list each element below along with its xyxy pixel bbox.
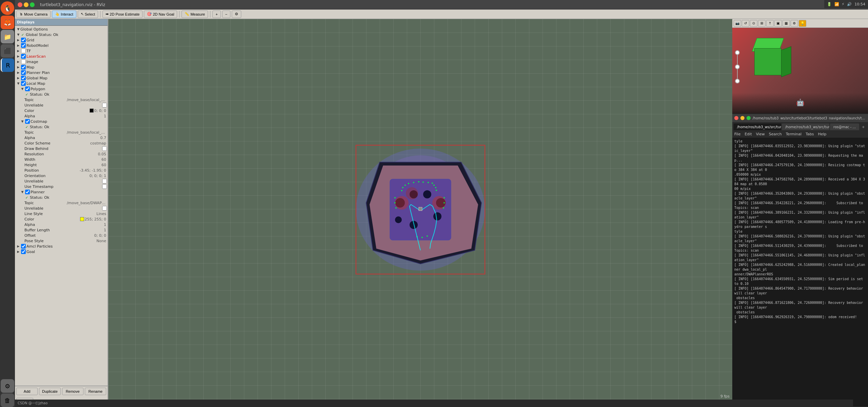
tree-item-local-map[interactable]: ▼ Local Map: [15, 81, 108, 86]
tree-item-planner-plan[interactable]: ▶ Planner Plan: [15, 70, 108, 75]
tree-checkbox-planner-plan[interactable]: [21, 70, 26, 75]
3d-btn-light[interactable]: 💡: [799, 20, 806, 27]
displays-tree[interactable]: ▼ Global Options ▼ ✓ Global Status: Ok ▶…: [15, 26, 108, 386]
tree-checkbox-planner[interactable]: [25, 190, 30, 194]
tree-item-robot-model[interactable]: ▶ RobotModel: [15, 43, 108, 48]
tree-item-planner[interactable]: ▼ Planner: [15, 189, 108, 195]
tree-checkbox-laser-scan[interactable]: [21, 54, 26, 59]
tree-checkbox-polygon-unreliable[interactable]: [102, 103, 107, 108]
select-button[interactable]: ↖ Select: [78, 11, 98, 18]
3d-btn-front[interactable]: ▣: [774, 20, 782, 27]
terminal-menu-file[interactable]: File: [734, 132, 740, 136]
3d-btn-top[interactable]: ↑: [766, 20, 774, 27]
tree-checkbox-goal[interactable]: [21, 249, 26, 254]
2d-view[interactable]: 9 fps: [108, 19, 732, 400]
terminal-tab-add-button[interactable]: +: [860, 123, 867, 130]
add-display-button[interactable]: Add: [16, 388, 38, 395]
tree-checkbox-planner-unreliable[interactable]: [102, 206, 107, 211]
trash-icon[interactable]: 🗑: [1, 393, 14, 407]
tree-checkbox-costmap[interactable]: [25, 119, 30, 124]
2d-pose-estimate-button[interactable]: ➡ 2D Pose Estimate: [102, 11, 143, 18]
duplicate-display-button[interactable]: Duplicate: [39, 388, 60, 395]
tree-checkbox-robot-model[interactable]: [21, 43, 26, 48]
measure-icon: 📏: [185, 12, 189, 16]
tree-item-tf[interactable]: ▶ TF: [15, 48, 108, 54]
tree-checkbox-grid[interactable]: [21, 38, 26, 42]
tree-item-global-map[interactable]: ▶ Global Map: [15, 75, 108, 81]
remove-icon-button[interactable]: −: [222, 11, 230, 18]
ubuntu-icon[interactable]: 🐧: [1, 1, 14, 15]
terminal-content[interactable]: tyle [ INFO] [1664074466.035512932, 23.9…: [732, 138, 868, 407]
tree-item-costmap[interactable]: ▼ Costmap: [15, 119, 108, 124]
depth-dot-1[interactable]: [735, 50, 740, 55]
3d-btn-focus[interactable]: ⊙: [750, 20, 757, 27]
3d-btn-camera[interactable]: 📷: [734, 20, 741, 27]
terminal-tab-3[interactable]: ros@mac - ...: [830, 123, 859, 130]
terminal-menu-search[interactable]: Search: [769, 132, 782, 136]
terminal-menu-edit[interactable]: Edit: [744, 132, 752, 136]
tree-checkbox-global-map[interactable]: [21, 76, 26, 80]
3d-btn-settings[interactable]: ⚙: [791, 20, 798, 27]
options-button[interactable]: ⚙: [232, 11, 241, 18]
remove-display-button[interactable]: Remove: [62, 388, 83, 395]
minimize-button[interactable]: [24, 2, 29, 7]
tree-checkbox-amcl-particles[interactable]: [21, 244, 26, 249]
files-icon[interactable]: 📁: [1, 30, 14, 43]
tray-icon-battery: 🔋: [827, 2, 832, 6]
terminal-close-button[interactable]: [734, 116, 738, 120]
terminal-menu-help[interactable]: Help: [818, 132, 827, 136]
tree-checkbox-unreliable2[interactable]: [102, 179, 107, 183]
tree-label-costmap: Costmap: [31, 119, 108, 124]
tree-checkbox-draw-behind[interactable]: [102, 146, 107, 151]
tree-checkbox-tf[interactable]: [21, 49, 26, 53]
3d-btn-reset[interactable]: ↺: [742, 20, 749, 27]
tree-item-map[interactable]: ▶ Map: [15, 64, 108, 70]
terminal-tab-2[interactable]: /home/ros/tub3_ws/src/turtlebot3/simu...: [782, 123, 829, 130]
tree-checkbox-polygon[interactable]: [25, 86, 30, 91]
tree-item-global-options[interactable]: ▼ Global Options: [15, 26, 108, 32]
interact-button[interactable]: 👆 Interact: [52, 11, 76, 18]
terminal-line: [ INFO] [1664074466.389166231, 24.332000…: [734, 210, 866, 220]
tree-arrow-image: ▶: [16, 60, 20, 63]
terminal-menu-tabs[interactable]: Tabs: [806, 132, 814, 136]
tree-checkbox-use-timestamp[interactable]: [102, 184, 107, 189]
tree-item-laser-scan[interactable]: ▶ LaserScan: [15, 54, 108, 59]
tree-item-global-status[interactable]: ▼ ✓ Global Status: Ok: [15, 32, 108, 37]
depth-dot-2[interactable]: [735, 64, 740, 69]
terminal-min-button[interactable]: [740, 116, 744, 120]
polygon-color-swatch[interactable]: [90, 109, 94, 113]
tree-value-width: 60: [101, 157, 108, 162]
tree-checkbox-image[interactable]: [21, 59, 26, 64]
close-button[interactable]: [18, 2, 22, 7]
tree-item-polygon[interactable]: ▼ Polygon: [15, 86, 108, 92]
terminal-menu-view[interactable]: View: [756, 132, 765, 136]
terminal-max-button[interactable]: [747, 116, 751, 120]
terminal-menu-terminal[interactable]: Terminal: [786, 132, 802, 136]
rviz-icon[interactable]: R: [1, 58, 14, 72]
tree-label-planner-alpha: Alpha: [24, 222, 104, 227]
planner-color-swatch[interactable]: [80, 217, 84, 221]
terminal-line: [ INFO] [1664074466.480577509, 24.418000…: [734, 220, 866, 234]
depth-dot-3[interactable]: [735, 79, 740, 83]
tree-item-amcl-particles[interactable]: ▶ Amcl Particles: [15, 244, 108, 249]
move-camera-button[interactable]: 🖱 Move Camera: [16, 11, 51, 18]
rename-display-button[interactable]: Rename: [85, 388, 106, 395]
firefox-icon[interactable]: 🦊: [1, 16, 14, 29]
3d-btn-side[interactable]: ▦: [782, 20, 790, 27]
tree-item-draw-behind: Draw Behind: [15, 146, 108, 151]
measure-button[interactable]: 📏 Measure: [182, 11, 208, 18]
terminal-icon[interactable]: ⬛: [1, 44, 14, 58]
3d-btn-fit[interactable]: ⊞: [758, 20, 766, 27]
2d-nav-goal-button[interactable]: 🎯 2D Nav Goal: [144, 11, 177, 18]
settings-icon[interactable]: ⚙: [1, 379, 14, 393]
maximize-button[interactable]: [30, 2, 35, 7]
terminal-tab-1[interactable]: /home/ros/tub3_ws/src/turtlebot3/turtl..…: [734, 123, 781, 130]
3d-view[interactable]: 🤖: [732, 28, 868, 114]
tree-checkbox-local-map[interactable]: [21, 81, 26, 86]
add-icon-button[interactable]: +: [212, 11, 221, 18]
tree-item-image[interactable]: ▶ Image: [15, 59, 108, 64]
tree-item-grid[interactable]: ▶ Grid: [15, 37, 108, 43]
tree-label-robot-model: RobotModel: [26, 43, 108, 48]
tree-item-goal[interactable]: ▶ Goal: [15, 249, 108, 254]
tree-checkbox-map[interactable]: [21, 65, 26, 70]
